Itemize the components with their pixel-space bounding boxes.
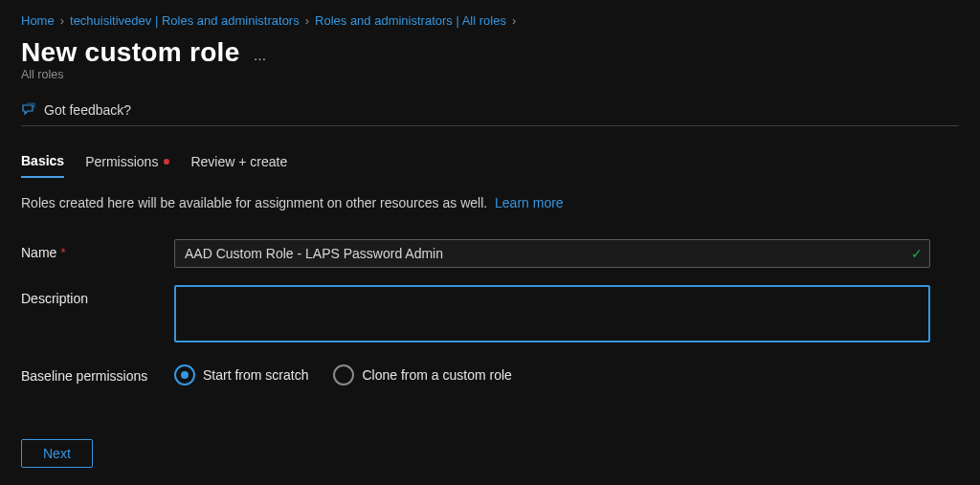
tab-label: Review + create <box>190 154 287 169</box>
baseline-permissions-label: Baseline permissions <box>21 368 147 384</box>
description-label: Description <box>21 291 88 306</box>
more-actions-button[interactable]: … <box>254 48 269 63</box>
breadcrumb-sep-icon: › <box>305 13 309 28</box>
form: Name* ✓ Description Baseline permissions… <box>0 214 980 386</box>
name-label: Name <box>21 245 56 260</box>
tab-review-create[interactable]: Review + create <box>190 153 287 178</box>
learn-more-link[interactable]: Learn more <box>495 195 564 210</box>
next-button[interactable]: Next <box>21 439 93 468</box>
breadcrumb: Home › techuisitivedev | Roles and admin… <box>0 0 980 33</box>
breadcrumb-sep-icon: › <box>60 13 64 28</box>
tabs: Basics Permissions Review + create <box>0 126 980 178</box>
page-subtitle: All roles <box>0 68 980 89</box>
feedback-button[interactable]: Got feedback? <box>21 95 959 126</box>
info-text-content: Roles created here will be available for… <box>21 195 487 210</box>
breadcrumb-roles[interactable]: Roles and administrators | All roles <box>315 13 506 28</box>
radio-label: Clone from a custom role <box>362 367 511 383</box>
radio-label: Start from scratch <box>203 367 308 383</box>
tab-label: Basics <box>21 153 64 168</box>
info-text: Roles created here will be available for… <box>0 178 980 214</box>
radio-clone-custom-role[interactable]: Clone from a custom role <box>333 364 511 386</box>
required-asterisk-icon: * <box>60 245 65 260</box>
breadcrumb-directory[interactable]: techuisitivedev | Roles and administrato… <box>70 13 300 28</box>
description-input[interactable] <box>174 285 930 342</box>
page-title: New custom role <box>21 37 240 68</box>
baseline-radio-group: Start from scratch Clone from a custom r… <box>174 363 930 386</box>
name-input[interactable] <box>174 239 930 268</box>
tab-basics[interactable]: Basics <box>21 153 64 178</box>
breadcrumb-home[interactable]: Home <box>21 13 55 28</box>
radio-icon <box>174 364 195 386</box>
radio-start-from-scratch[interactable]: Start from scratch <box>174 364 308 386</box>
tab-label: Permissions <box>85 154 158 169</box>
required-indicator-icon <box>164 159 169 165</box>
tab-permissions[interactable]: Permissions <box>85 153 169 178</box>
feedback-icon <box>21 102 36 118</box>
feedback-label: Got feedback? <box>44 102 131 118</box>
breadcrumb-sep-icon: › <box>512 13 516 28</box>
radio-icon <box>333 364 354 386</box>
